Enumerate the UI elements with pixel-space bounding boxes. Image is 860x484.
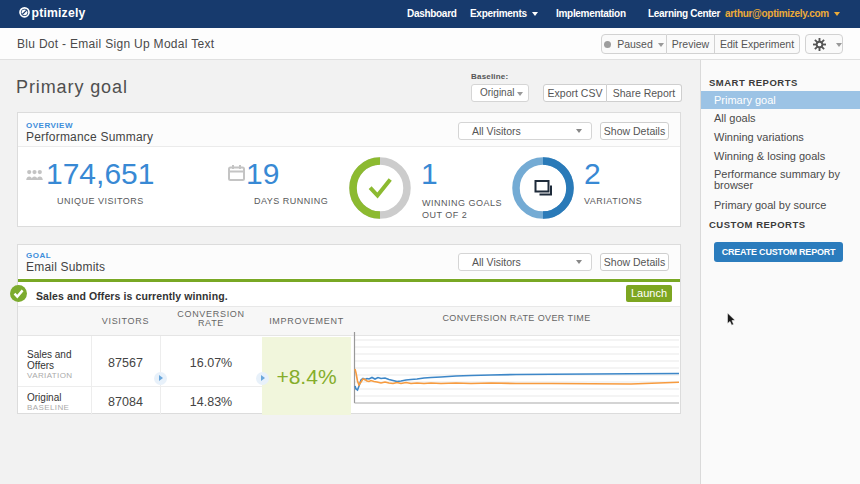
svg-text:ptimizely: ptimizely: [32, 6, 86, 20]
